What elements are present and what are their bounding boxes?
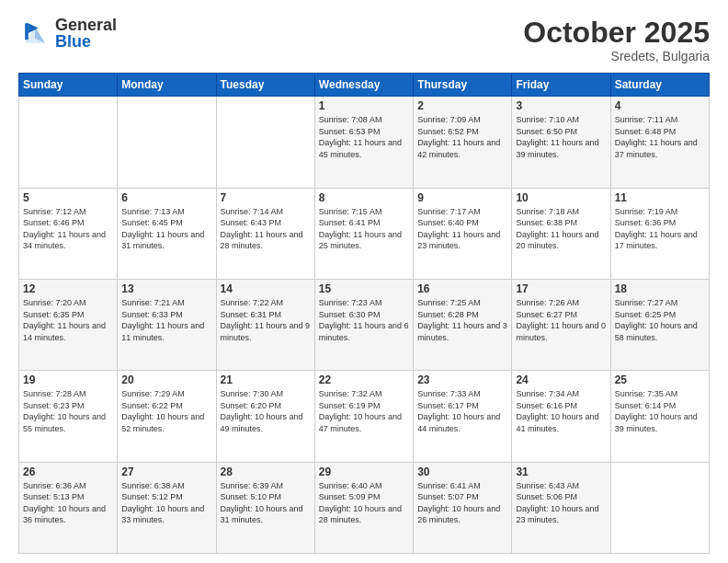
day-info: Sunrise: 7:23 AM Sunset: 6:30 PM Dayligh…	[319, 297, 409, 343]
day-cell: 5Sunrise: 7:12 AM Sunset: 6:46 PM Daylig…	[19, 188, 118, 279]
day-number: 12	[23, 282, 113, 295]
day-info: Sunrise: 7:10 AM Sunset: 6:50 PM Dayligh…	[516, 114, 606, 160]
day-info: Sunrise: 7:32 AM Sunset: 6:19 PM Dayligh…	[319, 388, 409, 434]
month-title: October 2025	[523, 17, 710, 49]
day-cell: 19Sunrise: 7:28 AM Sunset: 6:23 PM Dayli…	[19, 371, 118, 462]
day-info: Sunrise: 6:39 AM Sunset: 5:10 PM Dayligh…	[221, 480, 311, 526]
day-cell: 12Sunrise: 7:20 AM Sunset: 6:35 PM Dayli…	[19, 279, 118, 370]
day-number: 1	[319, 99, 409, 112]
logo-blue: Blue	[55, 33, 117, 50]
day-cell: 16Sunrise: 7:25 AM Sunset: 6:28 PM Dayli…	[414, 279, 512, 370]
day-number: 31	[516, 465, 606, 478]
day-info: Sunrise: 7:19 AM Sunset: 6:36 PM Dayligh…	[615, 206, 705, 252]
day-cell: 29Sunrise: 6:40 AM Sunset: 5:09 PM Dayli…	[314, 462, 413, 553]
day-cell: 9Sunrise: 7:17 AM Sunset: 6:40 PM Daylig…	[414, 188, 512, 279]
day-number: 5	[23, 191, 113, 204]
day-cell: 22Sunrise: 7:32 AM Sunset: 6:19 PM Dayli…	[314, 371, 413, 462]
day-number: 8	[319, 191, 409, 204]
day-number: 2	[417, 99, 507, 112]
day-header-sunday: Sunday	[19, 74, 118, 97]
logo: General Blue	[18, 17, 117, 50]
day-info: Sunrise: 7:21 AM Sunset: 6:33 PM Dayligh…	[121, 297, 211, 343]
day-info: Sunrise: 7:08 AM Sunset: 6:53 PM Dayligh…	[319, 114, 409, 160]
day-cell: 8Sunrise: 7:15 AM Sunset: 6:41 PM Daylig…	[314, 188, 413, 279]
day-cell: 27Sunrise: 6:38 AM Sunset: 5:12 PM Dayli…	[118, 462, 216, 553]
day-cell	[216, 97, 314, 188]
day-number: 28	[221, 465, 311, 478]
day-cell: 23Sunrise: 7:33 AM Sunset: 6:17 PM Dayli…	[414, 371, 512, 462]
day-info: Sunrise: 7:15 AM Sunset: 6:41 PM Dayligh…	[319, 206, 409, 252]
day-info: Sunrise: 7:30 AM Sunset: 6:20 PM Dayligh…	[221, 388, 311, 434]
title-block: October 2025 Sredets, Bulgaria	[523, 17, 710, 63]
day-info: Sunrise: 7:12 AM Sunset: 6:46 PM Dayligh…	[23, 206, 113, 252]
day-info: Sunrise: 7:22 AM Sunset: 6:31 PM Dayligh…	[221, 297, 311, 343]
day-cell	[118, 97, 216, 188]
day-header-saturday: Saturday	[610, 74, 709, 97]
logo-icon	[18, 17, 51, 50]
days-of-week-row: SundayMondayTuesdayWednesdayThursdayFrid…	[19, 74, 710, 97]
day-header-monday: Monday	[118, 74, 216, 97]
day-info: Sunrise: 6:41 AM Sunset: 5:07 PM Dayligh…	[417, 480, 507, 526]
day-info: Sunrise: 6:38 AM Sunset: 5:12 PM Dayligh…	[121, 480, 211, 526]
day-cell: 21Sunrise: 7:30 AM Sunset: 6:20 PM Dayli…	[216, 371, 314, 462]
week-row-4: 19Sunrise: 7:28 AM Sunset: 6:23 PM Dayli…	[19, 371, 710, 462]
day-cell: 17Sunrise: 7:26 AM Sunset: 6:27 PM Dayli…	[512, 279, 610, 370]
day-cell: 15Sunrise: 7:23 AM Sunset: 6:30 PM Dayli…	[314, 279, 413, 370]
week-row-3: 12Sunrise: 7:20 AM Sunset: 6:35 PM Dayli…	[19, 279, 710, 370]
day-number: 14	[221, 282, 311, 295]
day-header-wednesday: Wednesday	[314, 74, 413, 97]
day-cell: 28Sunrise: 6:39 AM Sunset: 5:10 PM Dayli…	[216, 462, 314, 553]
week-row-5: 26Sunrise: 6:36 AM Sunset: 5:13 PM Dayli…	[19, 462, 710, 553]
svg-rect-3	[25, 23, 28, 40]
week-row-2: 5Sunrise: 7:12 AM Sunset: 6:46 PM Daylig…	[19, 188, 710, 279]
day-info: Sunrise: 7:25 AM Sunset: 6:28 PM Dayligh…	[417, 297, 507, 343]
day-number: 27	[121, 465, 211, 478]
day-number: 26	[23, 465, 113, 478]
day-cell: 13Sunrise: 7:21 AM Sunset: 6:33 PM Dayli…	[118, 279, 216, 370]
day-cell: 10Sunrise: 7:18 AM Sunset: 6:38 PM Dayli…	[512, 188, 610, 279]
day-info: Sunrise: 7:27 AM Sunset: 6:25 PM Dayligh…	[615, 297, 705, 343]
day-info: Sunrise: 7:09 AM Sunset: 6:52 PM Dayligh…	[417, 114, 507, 160]
day-number: 3	[516, 99, 606, 112]
day-header-tuesday: Tuesday	[216, 74, 314, 97]
day-cell	[19, 97, 118, 188]
day-number: 7	[221, 191, 311, 204]
day-cell	[610, 462, 709, 553]
day-number: 9	[417, 191, 507, 204]
day-cell: 18Sunrise: 7:27 AM Sunset: 6:25 PM Dayli…	[610, 279, 709, 370]
logo-text: General Blue	[55, 17, 117, 50]
day-info: Sunrise: 7:28 AM Sunset: 6:23 PM Dayligh…	[23, 388, 113, 434]
day-number: 29	[319, 465, 409, 478]
day-number: 4	[615, 99, 705, 112]
day-cell: 1Sunrise: 7:08 AM Sunset: 6:53 PM Daylig…	[314, 97, 413, 188]
day-info: Sunrise: 7:18 AM Sunset: 6:38 PM Dayligh…	[516, 206, 606, 252]
day-cell: 11Sunrise: 7:19 AM Sunset: 6:36 PM Dayli…	[610, 188, 709, 279]
page: General Blue October 2025 Sredets, Bulga…	[0, 0, 728, 563]
day-info: Sunrise: 7:33 AM Sunset: 6:17 PM Dayligh…	[417, 388, 507, 434]
day-cell: 14Sunrise: 7:22 AM Sunset: 6:31 PM Dayli…	[216, 279, 314, 370]
calendar: SundayMondayTuesdayWednesdayThursdayFrid…	[18, 73, 710, 554]
day-number: 30	[417, 465, 507, 478]
day-info: Sunrise: 6:43 AM Sunset: 5:06 PM Dayligh…	[516, 480, 606, 526]
day-info: Sunrise: 7:34 AM Sunset: 6:16 PM Dayligh…	[516, 388, 606, 434]
week-row-1: 1Sunrise: 7:08 AM Sunset: 6:53 PM Daylig…	[19, 97, 710, 188]
day-number: 10	[516, 191, 606, 204]
logo-general: General	[55, 17, 117, 33]
day-cell: 30Sunrise: 6:41 AM Sunset: 5:07 PM Dayli…	[414, 462, 512, 553]
day-info: Sunrise: 7:26 AM Sunset: 6:27 PM Dayligh…	[516, 297, 606, 343]
day-cell: 24Sunrise: 7:34 AM Sunset: 6:16 PM Dayli…	[512, 371, 610, 462]
header: General Blue October 2025 Sredets, Bulga…	[18, 17, 710, 63]
day-header-friday: Friday	[512, 74, 610, 97]
calendar-body: 1Sunrise: 7:08 AM Sunset: 6:53 PM Daylig…	[19, 97, 710, 554]
day-number: 22	[319, 373, 409, 386]
day-info: Sunrise: 7:35 AM Sunset: 6:14 PM Dayligh…	[615, 388, 705, 434]
day-number: 21	[221, 373, 311, 386]
day-info: Sunrise: 7:14 AM Sunset: 6:43 PM Dayligh…	[221, 206, 311, 252]
day-number: 24	[516, 373, 606, 386]
day-info: Sunrise: 7:20 AM Sunset: 6:35 PM Dayligh…	[23, 297, 113, 343]
day-number: 6	[121, 191, 211, 204]
day-cell: 3Sunrise: 7:10 AM Sunset: 6:50 PM Daylig…	[512, 97, 610, 188]
day-cell: 26Sunrise: 6:36 AM Sunset: 5:13 PM Dayli…	[19, 462, 118, 553]
day-header-thursday: Thursday	[414, 74, 512, 97]
day-info: Sunrise: 7:11 AM Sunset: 6:48 PM Dayligh…	[615, 114, 705, 160]
